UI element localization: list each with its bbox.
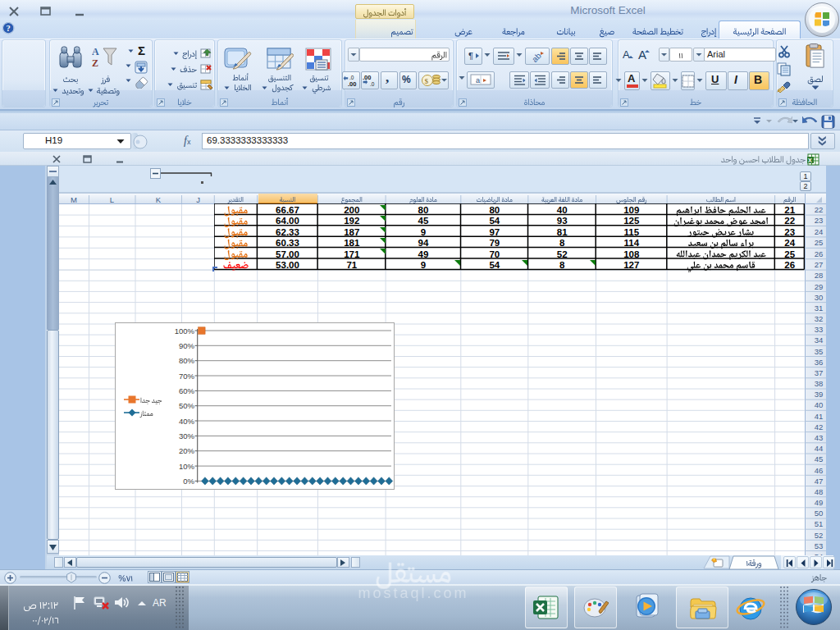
svg-text:53: 53 — [815, 541, 824, 550]
svg-text:A: A — [92, 46, 99, 57]
svg-text:33: 33 — [815, 325, 824, 334]
svg-text:.00: .00 — [363, 74, 371, 81]
svg-text:A: A — [623, 48, 630, 61]
svg-text:38: 38 — [815, 379, 824, 388]
svg-text:.0: .0 — [349, 75, 354, 80]
svg-text:48: 48 — [815, 487, 824, 496]
svg-text:A: A — [638, 48, 646, 62]
svg-text:35: 35 — [815, 347, 824, 356]
svg-text:37: 37 — [815, 368, 824, 377]
svg-text:46: 46 — [815, 466, 824, 475]
svg-text:$: $ — [425, 77, 429, 85]
svg-text:36: 36 — [815, 358, 824, 367]
svg-text:31: 31 — [815, 304, 824, 313]
svg-text:30: 30 — [815, 293, 824, 302]
svg-text:40: 40 — [815, 400, 824, 409]
svg-text:52: 52 — [815, 531, 824, 540]
svg-text:50: 50 — [815, 509, 824, 518]
svg-text:29: 29 — [815, 282, 824, 291]
svg-text:?: ? — [7, 24, 11, 33]
svg-text:32: 32 — [815, 314, 824, 323]
svg-text:a: a — [476, 76, 480, 84]
svg-text:44: 44 — [815, 444, 824, 453]
svg-text:.0: .0 — [370, 81, 375, 87]
svg-text:X: X — [808, 158, 812, 163]
svg-text:49: 49 — [815, 498, 824, 507]
svg-text:34: 34 — [815, 336, 824, 345]
svg-text:43: 43 — [815, 433, 824, 442]
svg-text:28: 28 — [815, 271, 824, 280]
svg-text:.00: .00 — [348, 80, 356, 88]
svg-text:Z: Z — [92, 57, 98, 69]
svg-text:51: 51 — [815, 519, 824, 528]
svg-text:41: 41 — [815, 412, 824, 421]
svg-text:39: 39 — [815, 390, 824, 399]
svg-text:45: 45 — [815, 454, 824, 463]
svg-text:42: 42 — [815, 422, 824, 431]
svg-text:47: 47 — [815, 477, 824, 486]
svg-text:¶: ¶ — [468, 51, 473, 61]
